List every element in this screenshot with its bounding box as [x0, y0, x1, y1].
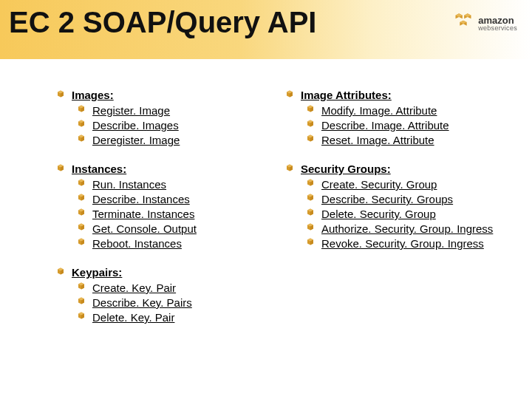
- item-text: Describe. Image. Attribute: [321, 118, 449, 133]
- list-item: Describe. Key. Pairs: [76, 296, 262, 310]
- category-security-groups: Security Groups:Create. Security. GroupD…: [284, 163, 506, 251]
- cube-icon: [453, 12, 474, 35]
- item-text: Reset. Image. Attribute: [321, 133, 434, 148]
- category-title: Image Attributes:: [301, 89, 392, 102]
- item-text: Delete. Key. Pair: [92, 310, 174, 325]
- cube-icon: [76, 177, 86, 191]
- left-column: Images:Register. ImageDescribe. ImagesDe…: [55, 89, 262, 325]
- item-text: Get. Console. Output: [92, 222, 197, 236]
- list-item: Describe. Instances: [76, 192, 262, 207]
- item-text: Run. Instances: [92, 177, 166, 192]
- cube-icon: [305, 118, 316, 132]
- list-item: Create. Security. Group: [305, 177, 506, 192]
- list-item: Create. Key. Pair: [76, 281, 262, 296]
- cube-icon: [76, 236, 86, 250]
- cube-icon: [76, 192, 86, 205]
- list-item: Register. Image: [76, 103, 262, 118]
- right-column: Image Attributes:Modify. Image. Attribut…: [284, 89, 506, 325]
- cube-icon: [55, 89, 66, 102]
- category-image-attributes: Image Attributes:Modify. Image. Attribut…: [284, 89, 506, 148]
- content: Images:Register. ImageDescribe. ImagesDe…: [0, 89, 532, 325]
- cube-icon: [76, 222, 86, 235]
- item-text: Reboot. Instances: [92, 236, 182, 251]
- cube-icon: [76, 310, 86, 324]
- list-item: Describe. Images: [76, 118, 262, 133]
- list-item: Run. Instances: [76, 177, 262, 192]
- aws-logo: amazon webservices: [453, 12, 517, 35]
- category-title: Instances:: [72, 163, 126, 176]
- cube-icon: [305, 222, 316, 235]
- list-item: Describe. Security. Groups: [305, 192, 506, 207]
- list-item: Describe. Image. Attribute: [305, 118, 506, 133]
- cube-icon: [305, 192, 316, 205]
- cube-icon: [76, 281, 86, 294]
- item-text: Create. Security. Group: [321, 177, 437, 192]
- category-instances: Instances:Run. InstancesDescribe. Instan…: [55, 163, 262, 251]
- cube-icon: [76, 118, 86, 132]
- list-item: Revoke. Security. Group. Ingress: [305, 236, 506, 251]
- list-item: Deregister. Image: [76, 133, 262, 148]
- item-text: Modify. Image. Attribute: [321, 103, 437, 118]
- item-text: Describe. Instances: [92, 192, 190, 207]
- cube-icon: [305, 177, 316, 191]
- list-item: Modify. Image. Attribute: [305, 103, 506, 118]
- list-item: Delete. Security. Group: [305, 207, 506, 222]
- logo-text-bottom: webservices: [478, 25, 517, 32]
- list-item: Reset. Image. Attribute: [305, 133, 506, 148]
- item-text: Deregister. Image: [92, 133, 180, 148]
- item-text: Authorize. Security. Group. Ingress: [321, 222, 493, 236]
- cube-icon: [76, 133, 86, 146]
- item-text: Register. Image: [92, 103, 170, 118]
- category-title: Security Groups:: [301, 163, 391, 176]
- page-title: EC 2 SOAP/Query API: [9, 6, 316, 39]
- cube-icon: [55, 266, 66, 279]
- list-item: Terminate. Instances: [76, 207, 262, 222]
- category-title: Images:: [72, 89, 114, 102]
- item-text: Create. Key. Pair: [92, 281, 176, 296]
- item-text: Terminate. Instances: [92, 207, 194, 222]
- cube-icon: [305, 103, 316, 117]
- cube-icon: [76, 296, 86, 309]
- item-text: Delete. Security. Group: [321, 207, 436, 222]
- list-item: Authorize. Security. Group. Ingress: [305, 222, 506, 236]
- cube-icon: [305, 236, 316, 250]
- category-title: Keypairs:: [72, 266, 122, 279]
- list-item: Reboot. Instances: [76, 236, 262, 251]
- cube-icon: [76, 207, 86, 220]
- cube-icon: [284, 89, 295, 102]
- item-text: Describe. Images: [92, 118, 179, 133]
- item-text: Describe. Security. Groups: [321, 192, 453, 207]
- cube-icon: [305, 207, 316, 220]
- cube-icon: [55, 163, 66, 176]
- cube-icon: [76, 103, 86, 117]
- item-text: Revoke. Security. Group. Ingress: [321, 236, 484, 251]
- list-item: Delete. Key. Pair: [76, 310, 262, 325]
- item-text: Describe. Key. Pairs: [92, 296, 192, 310]
- category-keypairs: Keypairs:Create. Key. PairDescribe. Key.…: [55, 266, 262, 325]
- cube-icon: [284, 163, 295, 176]
- category-images: Images:Register. ImageDescribe. ImagesDe…: [55, 89, 262, 148]
- list-item: Get. Console. Output: [76, 222, 262, 236]
- cube-icon: [305, 133, 316, 146]
